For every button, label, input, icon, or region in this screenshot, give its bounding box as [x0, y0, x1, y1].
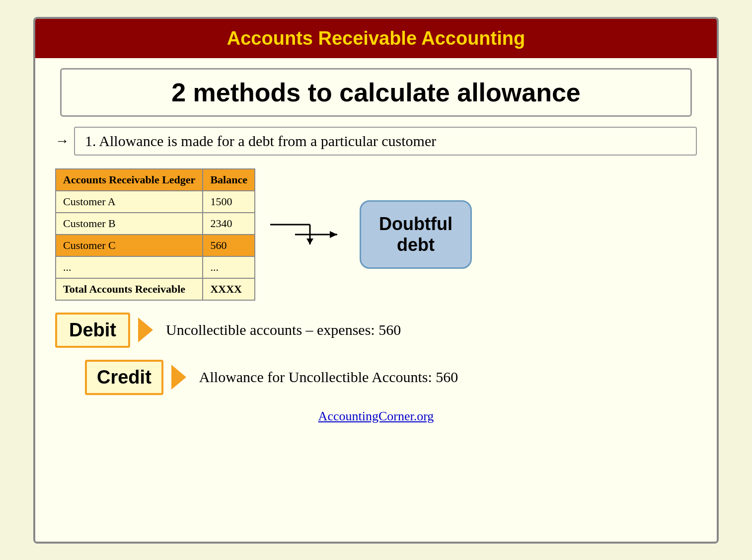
customer-b-balance: 2340 — [203, 213, 255, 235]
debit-chevron-icon — [138, 318, 158, 342]
method1-row: → 1. Allowance is made for a debt from a… — [55, 127, 697, 156]
header-title: Accounts Receivable Accounting — [227, 28, 525, 49]
ledger-header-row: Accounts Receivable Ledger Balance — [56, 169, 255, 191]
debit-row: Debit Uncollectible accounts – expenses:… — [55, 313, 697, 348]
customer-c-name: Customer C — [56, 235, 203, 256]
doubtful-line2: debt — [379, 235, 452, 255]
svg-marker-4 — [330, 231, 337, 238]
debit-text: Uncollectible accounts – expenses: 560 — [166, 321, 401, 338]
dots-name: ... — [56, 256, 203, 278]
methods-box: 2 methods to calculate allowance — [60, 68, 692, 117]
credit-label: Credit — [85, 360, 163, 395]
method1-box: 1. Allowance is made for a debt from a p… — [74, 127, 697, 156]
ledger-table: Accounts Receivable Ledger Balance Custo… — [55, 168, 255, 301]
table-row: Customer C 560 — [56, 235, 255, 256]
table-row: Total Accounts Receivable XXXX — [56, 278, 255, 300]
content: 2 methods to calculate allowance → 1. Al… — [35, 58, 717, 542]
ledger-col2-header: Balance — [203, 169, 255, 191]
customer-a-name: Customer A — [56, 191, 203, 213]
ledger-section: Accounts Receivable Ledger Balance Custo… — [55, 168, 697, 301]
footer-link[interactable]: AccountingCorner.org — [318, 409, 434, 423]
method1-arrow: → — [55, 133, 69, 149]
table-row: ... ... — [56, 256, 255, 278]
customer-b-name: Customer B — [56, 213, 203, 235]
doubtful-line1: Doubtful — [379, 214, 452, 235]
total-name: Total Accounts Receivable — [56, 278, 203, 300]
debit-label: Debit — [55, 313, 130, 348]
svg-marker-5 — [138, 318, 153, 342]
dots-balance: ... — [203, 256, 255, 278]
total-balance: XXXX — [203, 278, 255, 300]
header: Accounts Receivable Accounting — [35, 19, 717, 58]
methods-title: 2 methods to calculate allowance — [171, 78, 581, 107]
ledger-col1-header: Accounts Receivable Ledger — [56, 169, 203, 191]
footer: AccountingCorner.org — [55, 409, 697, 424]
table-row: Customer B 2340 — [56, 213, 255, 235]
credit-text: Allowance for Uncollectible Accounts: 56… — [199, 369, 458, 386]
arrow-svg — [295, 225, 345, 244]
svg-marker-6 — [171, 365, 186, 390]
method1-label: 1. Allowance is made for a debt from a p… — [85, 133, 436, 149]
credit-row: Credit Allowance for Uncollectible Accou… — [55, 360, 697, 395]
arrow-container — [295, 225, 345, 244]
customer-c-balance: 560 — [203, 235, 255, 256]
credit-chevron-icon — [171, 365, 191, 390]
customer-a-balance: 1500 — [203, 191, 255, 213]
doubtful-debt-box: Doubtful debt — [360, 200, 472, 269]
bottom-section: Debit Uncollectible accounts – expenses:… — [55, 313, 697, 424]
slide: Accounts Receivable Accounting 2 methods… — [33, 17, 719, 544]
table-row: Customer A 1500 — [56, 191, 255, 213]
